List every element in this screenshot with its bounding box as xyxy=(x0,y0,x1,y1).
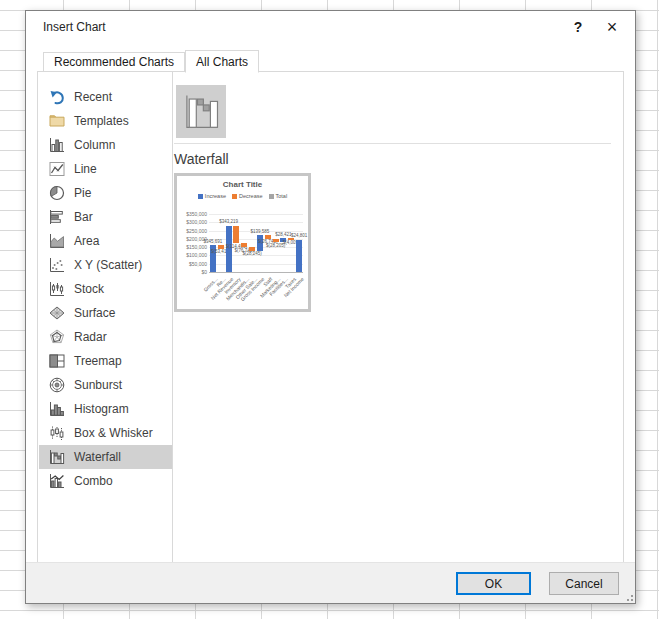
sidebar-item-stock[interactable]: Stock xyxy=(39,277,172,301)
resize-grip[interactable] xyxy=(623,591,633,601)
sidebar-item-label: Templates xyxy=(74,114,129,128)
sidebar-item-bar[interactable]: Bar xyxy=(39,205,172,229)
sidebar-item-box-whisker[interactable]: Box & Whisker xyxy=(39,421,172,445)
pane-divider xyxy=(174,143,611,144)
sidebar-item-label: Combo xyxy=(74,474,113,488)
sunburst-icon xyxy=(49,377,65,393)
sidebar-item-sunburst[interactable]: Sunburst xyxy=(39,373,172,397)
sidebar-item-label: Surface xyxy=(74,306,115,320)
data-label: $(28,245) xyxy=(242,251,261,256)
sidebar-item-combo[interactable]: Combo xyxy=(39,469,172,493)
column-icon xyxy=(49,137,65,153)
sidebar-item-treemap[interactable]: Treemap xyxy=(39,349,172,373)
legend-label: Decrease xyxy=(239,193,263,199)
preview-chart-legend: IncreaseDecreaseTotal xyxy=(177,193,308,199)
line-icon xyxy=(49,161,65,177)
cancel-button[interactable]: Cancel xyxy=(549,572,619,595)
data-label: $28,421 xyxy=(275,232,291,237)
sidebar-item-label: Sunburst xyxy=(74,378,122,392)
sidebar-item-label: Histogram xyxy=(74,402,129,416)
sidebar-item-histogram[interactable]: Histogram xyxy=(39,397,172,421)
waterfall-bar-increase xyxy=(226,226,232,272)
waterfall-chart-preview[interactable]: Chart Title IncreaseDecreaseTotal $350,0… xyxy=(174,173,311,312)
scatter-icon xyxy=(49,257,65,273)
y-axis-tick-label: $250,000 xyxy=(177,228,207,234)
sidebar-item-label: Radar xyxy=(74,330,107,344)
sidebar-item-recent[interactable]: Recent xyxy=(39,85,172,109)
waterfall-bar-decrease xyxy=(265,235,271,238)
sidebar-item-label: Column xyxy=(74,138,115,152)
waterfall-thumbnail-icon xyxy=(181,92,221,132)
waterfall-bar-increase xyxy=(296,240,302,272)
sidebar-item-label: Stock xyxy=(74,282,104,296)
y-axis-tick-label: $300,000 xyxy=(177,219,207,225)
dialog-titlebar: Insert Chart ? × xyxy=(26,11,635,43)
waterfall-bar-decrease xyxy=(218,245,224,248)
gridline xyxy=(209,272,303,273)
sidebar-item-label: Box & Whisker xyxy=(74,426,153,440)
sidebar-item-surface[interactable]: Surface xyxy=(39,301,172,325)
tab-all-charts[interactable]: All Charts xyxy=(185,50,259,73)
ok-button[interactable]: OK xyxy=(456,572,531,595)
sidebar-item-area[interactable]: Area xyxy=(39,229,172,253)
templates-icon xyxy=(49,113,65,129)
sidebar-item-column[interactable]: Column xyxy=(39,133,172,157)
dialog-title: Insert Chart xyxy=(26,20,106,34)
insert-chart-dialog: Insert Chart ? × Recommended Charts All … xyxy=(25,10,636,604)
histogram-icon xyxy=(49,401,65,417)
sidebar-item-radar[interactable]: Radar xyxy=(39,325,172,349)
y-axis-tick-label: $200,000 xyxy=(177,236,207,242)
waterfall-bar-decrease xyxy=(249,247,255,250)
titlebar-controls: ? × xyxy=(561,11,629,43)
waterfall-bar-decrease xyxy=(273,239,279,242)
bar-icon xyxy=(49,209,65,225)
area-icon xyxy=(49,233,65,249)
sidebar-item-line[interactable]: Line xyxy=(39,157,172,181)
waterfall-bar-decrease xyxy=(241,243,247,247)
gridline xyxy=(209,264,303,265)
waterfall-variant-thumbnail[interactable] xyxy=(176,85,226,138)
chart-type-list: RecentTemplatesColumnLinePieBarAreaX Y (… xyxy=(39,85,172,493)
y-axis-tick-label: $100,000 xyxy=(177,252,207,258)
sidebar-item-label: Treemap xyxy=(74,354,122,368)
sidebar-item-label: Area xyxy=(74,234,99,248)
legend-item-decrease: Decrease xyxy=(232,193,263,199)
stock-icon xyxy=(49,281,65,297)
sidebar-item-x-y-scatter[interactable]: X Y (Scatter) xyxy=(39,253,172,277)
y-axis-tick-label: $0 xyxy=(177,269,207,275)
legend-item-total: Total xyxy=(269,193,288,199)
data-label: $139,585 xyxy=(251,229,270,234)
sidebar-item-templates[interactable]: Templates xyxy=(39,109,172,133)
sidebar-item-label: Waterfall xyxy=(74,450,121,464)
legend-label: Increase xyxy=(205,193,226,199)
box-whisker-icon xyxy=(49,425,65,441)
preview-chart: Chart Title IncreaseDecreaseTotal $350,0… xyxy=(177,176,308,309)
gridline xyxy=(209,214,303,215)
legend-swatch xyxy=(269,194,274,199)
recent-icon xyxy=(49,89,65,105)
legend-label: Total xyxy=(276,193,288,199)
sidebar-item-label: X Y (Scatter) xyxy=(74,258,142,272)
close-icon[interactable]: × xyxy=(595,13,629,41)
surface-icon xyxy=(49,305,65,321)
help-icon[interactable]: ? xyxy=(561,13,595,41)
sidebar-item-label: Recent xyxy=(74,90,112,104)
sidebar-item-label: Line xyxy=(74,162,97,176)
tab-recommended-charts[interactable]: Recommended Charts xyxy=(43,52,185,72)
sidebar-item-label: Pie xyxy=(74,186,91,200)
legend-item-increase: Increase xyxy=(198,193,226,199)
data-label: $345,691 xyxy=(204,239,223,244)
dialog-footer: OK Cancel xyxy=(26,562,635,603)
sidebar-item-waterfall[interactable]: Waterfall xyxy=(39,445,172,469)
pie-icon xyxy=(49,185,65,201)
sidebar-item-pie[interactable]: Pie xyxy=(39,181,172,205)
waterfall-bar-decrease xyxy=(233,226,239,243)
data-label: $24,801 xyxy=(291,233,307,238)
preview-chart-title: Chart Title xyxy=(177,180,308,189)
waterfall-icon xyxy=(49,449,65,465)
data-label: $343,219 xyxy=(219,219,238,224)
sidebar-item-label: Bar xyxy=(74,210,93,224)
combo-icon xyxy=(49,473,65,489)
y-axis-tick-label: $350,000 xyxy=(177,211,207,217)
all-charts-panel: RecentTemplatesColumnLinePieBarAreaX Y (… xyxy=(37,71,624,565)
